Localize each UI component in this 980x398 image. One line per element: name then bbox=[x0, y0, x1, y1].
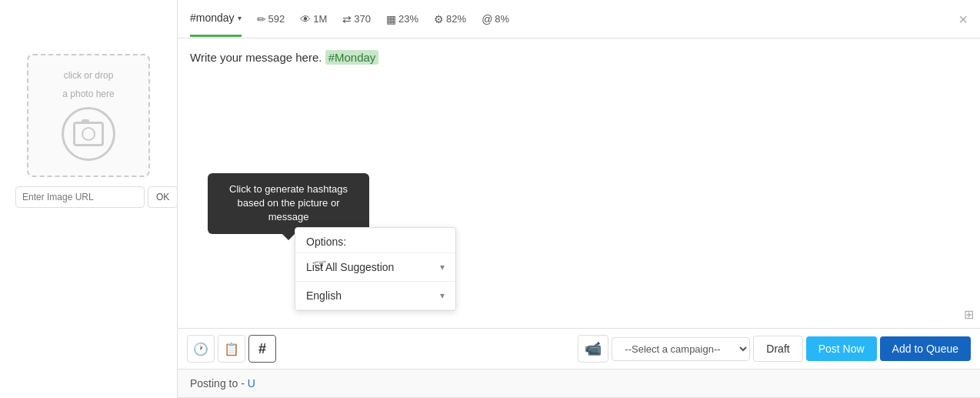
pencil-icon: ✏ bbox=[257, 13, 266, 25]
tooltip-text: Click to generate hashtags based on the … bbox=[229, 183, 348, 222]
stat-image-value: 23% bbox=[398, 13, 418, 25]
history-button[interactable]: 🕐 bbox=[187, 335, 215, 363]
expand-icon[interactable]: ⊞ bbox=[964, 307, 974, 322]
camera-icon-inner bbox=[73, 122, 104, 146]
dropdown-list-label: List All Suggestion bbox=[306, 261, 394, 273]
dropdown-language-row[interactable]: English ▾ bbox=[295, 282, 455, 310]
photo-drop-label-1: click or drop bbox=[64, 70, 114, 81]
at-icon: @ bbox=[482, 13, 492, 25]
posting-link[interactable]: U bbox=[248, 377, 255, 390]
stat-views: 👁 1M bbox=[300, 13, 327, 25]
draft-button[interactable]: Draft bbox=[753, 336, 802, 362]
retweet-icon: ⇄ bbox=[342, 13, 352, 25]
stat-mention-value: 8% bbox=[495, 13, 509, 25]
image-icon: ▦ bbox=[386, 13, 396, 25]
hashtag-button[interactable]: # bbox=[248, 335, 276, 363]
stat-views-value: 1M bbox=[313, 13, 327, 25]
hashtag-tooltip: Click to generate hashtags based on the … bbox=[208, 173, 369, 234]
hashtag-tab[interactable]: #monday ▾ bbox=[190, 1, 242, 37]
hashtag-dropdown: Options: List All Suggestion ▾ English ▾ bbox=[295, 227, 456, 311]
add-to-queue-button[interactable]: Add to Queue bbox=[880, 336, 971, 361]
ok-button[interactable]: OK bbox=[148, 186, 178, 208]
photo-drop-label-2: a photo here bbox=[62, 89, 114, 99]
left-panel: click or drop a photo here OK bbox=[0, 0, 177, 398]
close-button[interactable]: × bbox=[958, 12, 968, 27]
posting-bar: Posting to - U bbox=[178, 370, 980, 398]
hashtag-tab-arrow: ▾ bbox=[238, 14, 242, 22]
photo-drop-area[interactable]: click or drop a photo here bbox=[27, 54, 150, 177]
link-icon: ⚙ bbox=[434, 13, 444, 25]
dropdown-options-label: Options: bbox=[295, 228, 455, 253]
camera-icon bbox=[62, 107, 115, 161]
stat-pencil: ✏ 592 bbox=[257, 13, 285, 25]
hashtag-bar: #monday ▾ ✏ 592 👁 1M ⇄ 370 ▦ 23% ⚙ 82% bbox=[178, 0, 980, 38]
dropdown-language-label: English bbox=[306, 289, 342, 302]
post-now-button[interactable]: Post Now bbox=[806, 336, 877, 361]
dropdown-language-chevron: ▾ bbox=[440, 290, 445, 301]
toolbar-row: 🕐 📋 # 📹 --Select a campaign-- Draft Post… bbox=[178, 329, 980, 370]
video-button[interactable]: 📹 bbox=[578, 335, 608, 363]
hashtag-tab-label: #monday bbox=[190, 12, 235, 24]
stat-mention: @ 8% bbox=[482, 13, 509, 25]
posting-prefix: Posting to - bbox=[190, 377, 245, 390]
stat-image: ▦ 23% bbox=[386, 13, 418, 25]
dropdown-list-row[interactable]: List All Suggestion ▾ bbox=[295, 253, 455, 282]
stat-retweet-value: 370 bbox=[354, 13, 371, 25]
main-container: click or drop a photo here OK #monday ▾ … bbox=[0, 0, 980, 398]
campaign-select[interactable]: --Select a campaign-- bbox=[612, 337, 750, 361]
stat-pencil-value: 592 bbox=[268, 13, 285, 25]
stat-link: ⚙ 82% bbox=[434, 13, 466, 25]
stat-retweet: ⇄ 370 bbox=[342, 13, 371, 25]
image-url-input[interactable] bbox=[15, 186, 145, 208]
notes-button[interactable]: 📋 bbox=[218, 335, 245, 363]
dropdown-list-chevron: ▾ bbox=[440, 262, 445, 273]
image-url-row: OK bbox=[15, 186, 162, 208]
stat-link-value: 82% bbox=[446, 13, 466, 25]
eye-icon: 👁 bbox=[300, 13, 311, 25]
